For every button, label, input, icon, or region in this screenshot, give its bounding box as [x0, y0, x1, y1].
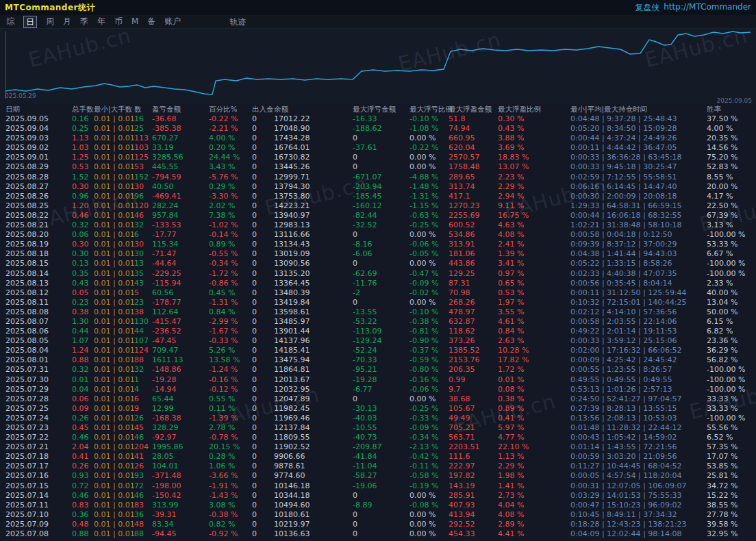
- column-header: 盈亏金额: [152, 104, 209, 114]
- cell-pnl-amount: 60.56: [152, 288, 209, 298]
- table-row: 2025.08.200.060.01 | 0.016-17.77-0.14 %0…: [0, 230, 756, 240]
- table-row: 2025.09.050.160.01 | 0.0116-36.68-0.22 %…: [0, 114, 756, 124]
- cell-max-float-loss-pct: -0.59 %: [410, 355, 449, 365]
- menu-item-备[interactable]: 备: [147, 16, 155, 28]
- cell-pnl-percent: 24.44 %: [209, 153, 252, 162]
- table-row: 2025.09.011.250.01 | 0.011253285.5624.44…: [0, 153, 756, 162]
- cell-win-rate: 15.22 %: [707, 491, 755, 501]
- cell-win-rate: 22.50 %: [707, 201, 755, 211]
- cell-win-rate: 53.85 %: [707, 462, 755, 471]
- menu-item-季[interactable]: 季: [80, 16, 88, 28]
- cell-pnl-percent: -1.43 %: [209, 491, 252, 501]
- cell-win-rate: 57.35 %: [707, 442, 755, 452]
- cell-win-rate: 33.33 %: [707, 394, 755, 404]
- cell-win-rate: 33.33 %: [707, 404, 755, 414]
- cell-pnl-amount: -133.53: [152, 221, 209, 230]
- menu-item-综[interactable]: 综: [6, 16, 14, 28]
- menu-item-M[interactable]: M: [131, 16, 138, 28]
- cell-pnl-amount: -168.38: [152, 414, 209, 423]
- cell-date: 2025.08.26: [5, 192, 72, 201]
- cell-hold-times: 0:04:09 | 12:02:44 | 98:14:08: [570, 529, 707, 539]
- menu-item-trajectory[interactable]: 轨迹: [229, 16, 246, 27]
- cell-max-float-loss: 0: [353, 520, 410, 529]
- cell-trade-count: 125: [134, 153, 152, 162]
- menu-item-年[interactable]: 年: [97, 16, 105, 28]
- menu-item-周[interactable]: 周: [46, 16, 54, 28]
- cell-win-rate: -100.00 %: [707, 365, 755, 375]
- cell-max-float-loss-pct: -0.80 %: [410, 365, 449, 375]
- cell-pnl-percent: -0.14 %: [209, 230, 252, 240]
- cell-max-float-profit-pct: 2.94 %: [498, 192, 570, 201]
- cell-hold-times: 0:01:14 | 1:43:55 | 72:21:56: [570, 442, 707, 452]
- cell-date: 2025.07.08: [5, 529, 72, 539]
- cell-pnl-amount: -92.97: [152, 433, 209, 442]
- cell-pnl-percent: 13.58 %: [209, 355, 252, 365]
- cell-pnl-percent: 0.89 %: [209, 240, 252, 249]
- cell-deposit-withdraw: 0: [252, 501, 274, 510]
- cell-win-rate: 6.82 %: [707, 327, 755, 336]
- menu-item-月[interactable]: 月: [63, 16, 71, 28]
- cell-total-lots: 0.13: [72, 259, 94, 268]
- cell-balance: 13753.80: [274, 192, 353, 201]
- cell-date: 2025.08.19: [5, 240, 72, 249]
- cell-trade-count: 32: [134, 365, 152, 375]
- cell-min-max-lots: 0.01 | 0.01: [94, 471, 134, 481]
- brand-url-link[interactable]: http://MTCommander: [664, 2, 751, 14]
- cell-total-lots: 1.20: [72, 201, 94, 211]
- menu-item-账户[interactable]: 账户: [164, 16, 181, 28]
- table-row: 2025.08.190.300.01 | 0.0130115.340.89 %0…: [0, 240, 756, 249]
- cell-pnl-amount: 104.01: [152, 462, 209, 471]
- cell-max-float-profit: 197.82: [449, 471, 498, 481]
- cell-pnl-amount: -469.41: [152, 192, 209, 201]
- cell-deposit-withdraw: 0: [252, 279, 274, 288]
- cell-max-float-profit: 70.98: [449, 288, 498, 298]
- table-row: 2025.07.110.830.01 | 0.0183313.993.08 %0…: [0, 501, 756, 510]
- cell-trade-count: 9: [134, 404, 152, 414]
- cell-max-float-loss: -95.21: [353, 365, 410, 375]
- table-body: 2025.09.050.160.01 | 0.0116-36.68-0.22 %…: [0, 114, 756, 539]
- cell-win-rate: 40.00 %: [707, 288, 755, 298]
- table-row: 2025.08.260.960.01 | 0.0196-469.41-3.30 …: [0, 192, 756, 201]
- cell-deposit-withdraw: 0: [252, 346, 274, 355]
- cell-max-float-loss: -10.55: [353, 423, 410, 433]
- cell-balance: 14223.21: [274, 201, 353, 211]
- cell-max-float-profit-pct: 4.08 %: [498, 230, 570, 240]
- cell-max-float-profit-pct: 1.98 %: [498, 471, 570, 481]
- cell-max-float-loss: -6.06: [353, 249, 410, 259]
- cell-min-max-lots: 0.01 | 0.01: [94, 510, 134, 520]
- cell-max-float-loss: 0: [353, 259, 410, 268]
- cell-hold-times: 0:05:22 | 1:33:15 | 8:58:26: [570, 259, 707, 268]
- table-row: 2025.08.071.300.01 | 0.01130-415.47-2.99…: [0, 317, 756, 327]
- cell-max-float-loss: -185.45: [353, 192, 410, 201]
- menu-item-币[interactable]: 币: [114, 16, 123, 28]
- cell-pnl-amount: -17.77: [152, 230, 209, 240]
- cell-win-rate: 3.13 %: [707, 221, 755, 230]
- cell-win-rate: 23.36 %: [707, 336, 755, 346]
- cell-min-max-lots: 0.01 | 0.01: [94, 298, 134, 307]
- cell-max-float-profit-pct: 5.97 %: [498, 423, 570, 433]
- cell-total-lots: 0.45: [72, 423, 94, 433]
- cell-balance: 13019.09: [274, 249, 353, 259]
- menu-item-日[interactable]: 日: [23, 16, 37, 28]
- cell-max-float-profit: 118.62: [449, 327, 498, 336]
- cell-win-rate: 27.78 %: [707, 510, 755, 520]
- cell-max-float-profit-pct: 1.72 %: [498, 365, 570, 375]
- cell-trade-count: 83: [134, 501, 152, 510]
- table-row: 2025.07.290.040.01 | 0.014-14.94-0.12 %0…: [0, 385, 756, 394]
- cell-max-float-profit-pct: 0.08 %: [498, 385, 570, 394]
- cell-min-max-lots: 0.01 | 0.01: [94, 414, 134, 423]
- cell-deposit-withdraw: 0: [252, 288, 274, 298]
- cell-min-max-lots: 0.01 | 0.01: [94, 481, 134, 491]
- cell-pnl-percent: -0.22 %: [209, 114, 252, 124]
- cell-balance: 9774.60: [274, 471, 353, 481]
- cell-deposit-withdraw: 0: [252, 327, 274, 336]
- cell-pnl-amount: 670.27: [152, 134, 209, 143]
- cell-total-lots: 1.07: [72, 336, 94, 346]
- cell-max-float-loss-pct: 0.00 %: [410, 134, 449, 143]
- cell-total-lots: 0.46: [72, 211, 94, 221]
- cell-trade-count: 26: [134, 462, 152, 471]
- cell-max-float-profit-pct: 0.01 %: [498, 375, 570, 385]
- cell-pnl-amount: -229.25: [152, 269, 209, 279]
- table-row: 2025.07.100.360.01 | 0.0136-39.31-0.38 %…: [0, 510, 756, 520]
- table-row: 2025.08.210.320.01 | 0.0132-133.53-1.02 …: [0, 221, 756, 230]
